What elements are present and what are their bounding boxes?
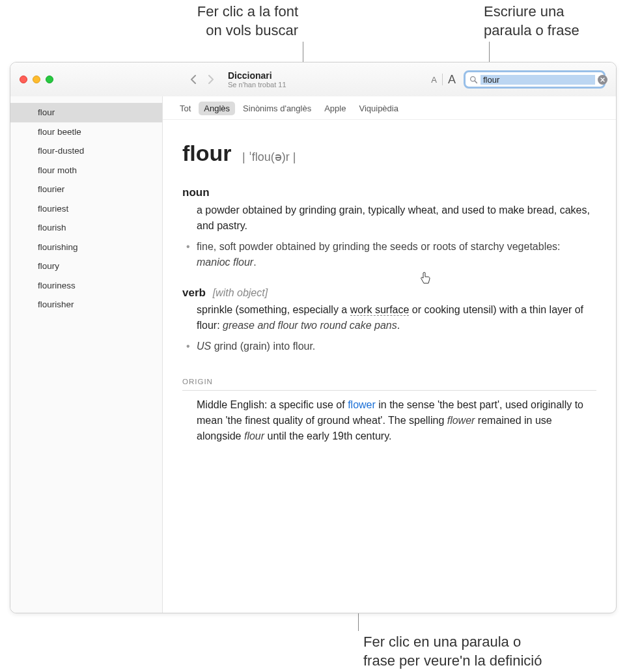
sidebar-item[interactable]: floury: [10, 257, 162, 276]
example: grease and flour two round cake pans: [223, 320, 397, 331]
source-tabs: Tot Anglès Sinònims d'anglès Apple Viqui…: [163, 96, 616, 120]
source-label: Viquipèdia: [359, 104, 398, 113]
decrease-font-button[interactable]: A: [426, 75, 442, 85]
font-size-control: A A: [426, 73, 464, 87]
sidebar-item-label: flourish: [38, 223, 66, 232]
chevron-right-icon: [207, 75, 214, 84]
search-input[interactable]: [481, 75, 595, 85]
origin-link[interactable]: flower: [348, 399, 376, 410]
verb-text-pre: sprinkle (something, especially a: [197, 304, 350, 315]
callout-text: Escriure una: [484, 3, 579, 21]
noun-definition: a powder obtained by grinding grain, typ…: [182, 203, 596, 234]
sidebar-item[interactable]: flour beetle: [10, 122, 162, 142]
headword-line: flour | ˈflou(ə)r |: [182, 137, 596, 170]
dictionary-window: Diccionari Se n'han trobat 11 A A flour …: [10, 62, 617, 613]
source-tab-all[interactable]: Tot: [174, 102, 196, 115]
origin-it: flower: [447, 415, 475, 426]
close-window-button[interactable]: [20, 76, 27, 83]
sidebar-item-label: flour-dusted: [38, 146, 84, 156]
chevron-left-icon: [190, 75, 197, 84]
main: Tot Anglès Sinònims d'anglès Apple Viqui…: [163, 96, 616, 613]
search-icon: [469, 76, 478, 84]
verb-definition: sprinkle (something, especially a work s…: [182, 302, 596, 333]
titlebar: Diccionari Se n'han trobat 11 A A: [10, 63, 616, 96]
sidebar-item-label: floury: [38, 261, 59, 271]
sidebar-item[interactable]: flourish: [10, 218, 162, 238]
pos-noun: noun: [182, 184, 596, 201]
origin-text: Middle English: a specific use of flower…: [182, 391, 596, 444]
sidebar-item[interactable]: flouriness: [10, 276, 162, 296]
noun-subdefinition: fine, soft powder obtained by grinding t…: [182, 239, 596, 270]
linked-phrase[interactable]: work surface: [350, 304, 410, 316]
verb-qualifier: [with object]: [213, 287, 268, 298]
sidebar-item-label: flourier: [38, 184, 64, 194]
source-tab-thesaurus[interactable]: Sinònims d'anglès: [238, 102, 316, 115]
definition-content: flour | ˈflou(ə)r | noun a powder obtain…: [163, 120, 616, 457]
sidebar-item-label: flourisher: [38, 300, 74, 309]
sidebar-item[interactable]: flourier: [10, 180, 162, 199]
window-subtitle: Se n'han trobat 11: [228, 81, 286, 89]
pronunciation: | ˈflou(ə)r |: [242, 150, 296, 163]
example: manioc flour: [197, 257, 253, 268]
callout-text: on vols buscar: [168, 21, 298, 40]
pos-verb: verb [with object]: [182, 285, 596, 301]
back-button[interactable]: [185, 72, 202, 87]
source-label: Sinònims d'anglès: [243, 104, 311, 113]
verb-subdefinition: US grind (grain) into flour.: [182, 339, 596, 354]
origin-it: flour: [244, 430, 264, 441]
pos-verb-label: verb: [182, 287, 206, 299]
sidebar-item-label: flouriness: [38, 281, 76, 290]
clear-search-button[interactable]: [598, 75, 607, 85]
period: .: [253, 257, 256, 268]
search-field[interactable]: [464, 70, 606, 89]
window-controls: [10, 76, 163, 83]
maximize-window-button[interactable]: [46, 76, 53, 83]
sidebar-item[interactable]: flour moth: [10, 161, 162, 180]
sidebar-item-label: flourishing: [38, 242, 78, 252]
sidebar-item[interactable]: flourisher: [10, 295, 162, 315]
callout-definition: Fer clic en una paraula o frase per veur…: [363, 633, 542, 670]
sidebar: flour flour beetle flour-dusted flour mo…: [10, 96, 163, 613]
period: .: [397, 320, 400, 331]
increase-font-button[interactable]: A: [443, 73, 464, 87]
source-label: Apple: [324, 104, 346, 113]
source-label: Anglès: [204, 104, 230, 113]
callout-text: Fer clic a la font: [168, 3, 298, 21]
title-block: Diccionari Se n'han trobat 11: [228, 70, 286, 89]
callout-text: paraula o frase: [484, 21, 579, 40]
forward-button[interactable]: [202, 72, 219, 87]
origin-pre: Middle English: a specific use of: [197, 399, 348, 410]
svg-line-1: [475, 81, 477, 83]
callout-sources: Fer clic a la font on vols buscar: [168, 3, 298, 40]
sidebar-item-label: flouriest: [38, 204, 68, 214]
source-tab-english[interactable]: Anglès: [199, 102, 235, 115]
close-icon: [600, 77, 605, 82]
sidebar-item[interactable]: flour-dusted: [10, 141, 162, 161]
sidebar-item-label: flour: [38, 107, 55, 117]
sub-text: grind (grain) into flour.: [211, 341, 315, 352]
source-label: Tot: [180, 104, 191, 113]
sidebar-item[interactable]: flour: [10, 103, 162, 122]
callout-text: Fer clic en una paraula o: [363, 633, 542, 652]
source-tab-wikipedia[interactable]: Viquipèdia: [354, 102, 403, 115]
callout-search: Escriure una paraula o frase: [484, 3, 579, 40]
sidebar-item-label: flour beetle: [38, 127, 81, 137]
sidebar-item-label: flour moth: [38, 165, 77, 175]
sidebar-item[interactable]: flourishing: [10, 238, 162, 257]
origin-end: until the early 19th century.: [264, 430, 391, 441]
region-label: US: [197, 341, 211, 352]
source-tab-apple[interactable]: Apple: [319, 102, 351, 115]
sub-text: fine, soft powder obtained by grinding t…: [197, 241, 561, 252]
sidebar-item[interactable]: flouriest: [10, 199, 162, 219]
headword: flour: [182, 137, 232, 170]
callout-text: frase per veure'n la definició: [363, 652, 542, 671]
minimize-window-button[interactable]: [33, 76, 40, 83]
body: flour flour beetle flour-dusted flour mo…: [10, 96, 616, 613]
nav-arrows: [185, 72, 219, 87]
origin-label: ORIGIN: [182, 376, 596, 391]
window-title: Diccionari: [228, 70, 286, 81]
